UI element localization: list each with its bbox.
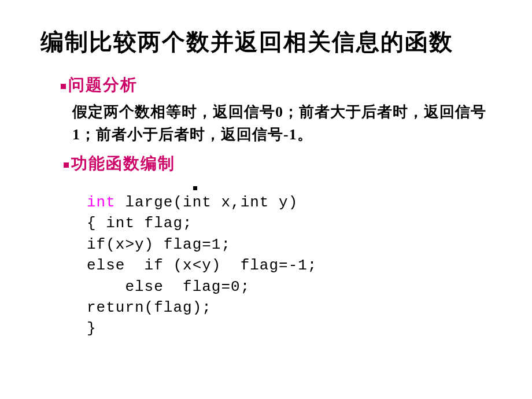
code-line-6: return(flag);	[87, 297, 492, 318]
marker-dot	[193, 186, 197, 190]
code-block: int large(int x,int y) { int flag; if(x>…	[87, 192, 492, 339]
slide-container: 编制比较两个数并返回相关信息的函数 问题分析 假定两个数相等时，返回信号0；前者…	[0, 0, 532, 399]
code-line-5: else flag=0;	[87, 276, 492, 297]
code-line-7: }	[87, 318, 492, 339]
code-line-2: { int flag;	[87, 213, 492, 234]
section2-label: 功能函数编制	[71, 154, 175, 172]
analysis-text: 假定两个数相等时，返回信号0；前者大于后者时，返回信号1；前者小于后者时，返回信…	[72, 101, 492, 146]
section-analysis-header: 问题分析	[61, 74, 492, 96]
bullet-icon	[61, 84, 66, 89]
code-line-1-rest: large(int x,int y)	[116, 194, 298, 211]
code-line-1: int large(int x,int y)	[87, 192, 492, 213]
bullet-icon	[64, 162, 69, 168]
code-line-4: else if (x<y) flag=-1;	[87, 255, 492, 276]
keyword-int: int	[87, 194, 116, 211]
code-line-3: if(x>y) flag=1;	[87, 234, 492, 255]
slide-title: 编制比较两个数并返回相关信息的函数	[40, 26, 492, 58]
section1-label: 问题分析	[68, 76, 138, 94]
section-function-header: 功能函数编制	[64, 153, 492, 175]
